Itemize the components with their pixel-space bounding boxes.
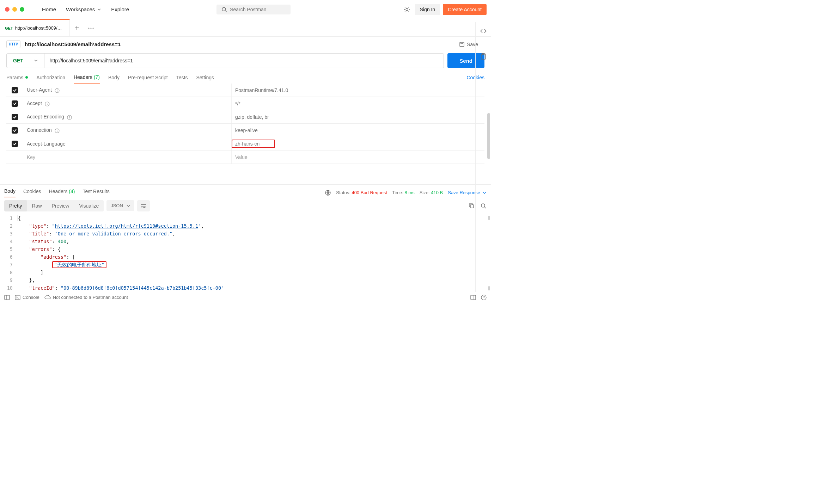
- tab-prerequest[interactable]: Pre-request Script: [128, 75, 168, 83]
- view-preview[interactable]: Preview: [47, 200, 74, 211]
- wrap-lines-button[interactable]: [137, 200, 150, 211]
- view-raw[interactable]: Raw: [27, 200, 47, 211]
- checkbox[interactable]: [12, 100, 18, 107]
- svg-point-2: [406, 8, 408, 11]
- table-row: Accept-Language zh-hans-cn: [6, 137, 484, 150]
- checkbox[interactable]: [12, 141, 18, 147]
- table-row: Connection keep-alive: [6, 124, 484, 137]
- info-icon[interactable]: [45, 100, 50, 106]
- tab-options-button[interactable]: [84, 25, 98, 31]
- error-message-highlighted: "无效的电子邮件地址": [52, 261, 106, 268]
- chevron-down-icon: [127, 204, 130, 208]
- nav-workspaces[interactable]: Workspaces: [62, 5, 105, 14]
- copy-icon[interactable]: [468, 203, 475, 209]
- code-line: 3 "title": "One or more validation error…: [4, 230, 487, 238]
- svg-point-14: [69, 116, 70, 117]
- svg-line-1: [225, 11, 227, 12]
- sidebar-toggle-icon[interactable]: [4, 295, 10, 300]
- header-value-cell[interactable]: PostmanRuntime/7.41.0: [231, 84, 484, 97]
- resp-headers-count: (4): [69, 189, 75, 194]
- header-key-cell[interactable]: Accept-Language: [23, 141, 231, 147]
- header-key-cell[interactable]: Accept: [23, 100, 231, 106]
- maximize-window-button[interactable]: [20, 7, 24, 12]
- clipboard-icon[interactable]: [480, 53, 487, 60]
- code-icon[interactable]: [480, 27, 487, 35]
- view-visualize[interactable]: Visualize: [74, 200, 104, 211]
- table-row-empty: Key Value: [6, 150, 484, 164]
- settings-button[interactable]: [403, 6, 411, 13]
- header-key-cell[interactable]: Connection: [23, 127, 231, 133]
- header-value-cell[interactable]: gzip, deflate, br: [231, 110, 484, 123]
- code-line: 2 "type": "https://tools.ietf.org/html/r…: [4, 222, 487, 230]
- header-value-cell[interactable]: */*: [231, 97, 484, 110]
- code-line: 7 "无效的电子邮件地址": [4, 261, 487, 269]
- close-window-button[interactable]: [5, 7, 10, 12]
- svg-point-0: [222, 7, 226, 11]
- resp-tab-headers[interactable]: Headers (4): [49, 189, 75, 197]
- top-navbar: Home Workspaces Explore Search Postman S…: [0, 0, 491, 19]
- params-indicator-dot: [25, 76, 28, 79]
- minimize-window-button[interactable]: [12, 7, 17, 12]
- resp-tab-body[interactable]: Body: [4, 188, 16, 197]
- create-account-button[interactable]: Create Account: [443, 4, 487, 15]
- request-title: http://localhost:5009/email?address=1: [25, 41, 459, 47]
- help-icon[interactable]: [481, 295, 487, 300]
- checkbox[interactable]: [12, 114, 18, 120]
- panel-layout-icon[interactable]: [470, 295, 476, 300]
- code-line: 10 "traceId": "00-89b6d89f6d8f6c0fd05715…: [4, 284, 487, 292]
- tab-params[interactable]: Params: [6, 75, 28, 83]
- response-body: 1{2 "type": "https://tools.ietf.org/html…: [0, 214, 491, 292]
- header-key-cell[interactable]: Accept-Encoding: [23, 114, 231, 119]
- console-button[interactable]: Console: [15, 295, 39, 300]
- svg-rect-26: [5, 295, 10, 300]
- tab-tests[interactable]: Tests: [176, 75, 188, 83]
- more-icon: [88, 27, 94, 29]
- request-tab[interactable]: GET http://localhost:5009/ema: [0, 19, 70, 36]
- nav-home[interactable]: Home: [38, 5, 60, 14]
- footer-bar: Console Not connected to a Postman accou…: [0, 292, 491, 302]
- window-controls: [5, 7, 24, 12]
- resp-tab-testresults[interactable]: Test Results: [83, 189, 109, 197]
- table-row: Accept */*: [6, 97, 484, 110]
- checkbox[interactable]: [12, 87, 18, 93]
- svg-rect-29: [471, 295, 476, 300]
- tab-settings[interactable]: Settings: [196, 75, 214, 83]
- headers-count: (7): [94, 74, 100, 80]
- status-value: 400 Bad Request: [352, 190, 387, 195]
- console-icon: [15, 295, 20, 300]
- svg-point-17: [57, 129, 57, 130]
- nav-explore[interactable]: Explore: [108, 5, 133, 14]
- method-label: GET: [13, 58, 23, 63]
- info-icon[interactable]: [55, 87, 60, 93]
- new-tab-button[interactable]: [70, 25, 84, 31]
- checkbox[interactable]: [12, 127, 18, 134]
- resp-tab-cookies[interactable]: Cookies: [23, 189, 41, 197]
- status-label: Status:: [336, 190, 350, 195]
- tab-headers[interactable]: Headers (7): [74, 74, 100, 84]
- size-value: 410 B: [431, 190, 443, 195]
- header-value-highlighted[interactable]: zh-hans-cn: [232, 140, 275, 148]
- info-icon[interactable]: [55, 127, 60, 133]
- http-badge-icon: HTTP: [6, 40, 20, 48]
- header-key-cell[interactable]: User-Agent: [23, 87, 231, 93]
- header-value-cell[interactable]: keep-alive: [231, 124, 484, 137]
- search-input[interactable]: Search Postman: [216, 5, 291, 14]
- format-select[interactable]: JSON: [106, 200, 134, 211]
- gear-icon: [403, 6, 410, 13]
- header-value-cell[interactable]: zh-hans-cn: [231, 137, 484, 150]
- response-area: Body Cookies Headers (4) Test Results St…: [0, 184, 491, 292]
- globe-icon[interactable]: [325, 190, 331, 196]
- save-icon: [459, 42, 465, 47]
- view-pretty[interactable]: Pretty: [4, 200, 27, 211]
- url-input[interactable]: [45, 54, 444, 68]
- sign-in-button[interactable]: Sign In: [415, 4, 440, 15]
- header-value-placeholder[interactable]: Value: [231, 150, 484, 164]
- tab-body[interactable]: Body: [108, 75, 120, 83]
- method-select[interactable]: GET: [7, 54, 45, 68]
- header-key-placeholder[interactable]: Key: [23, 154, 231, 160]
- request-subtabs: Params Authorization Headers (7) Body Pr…: [0, 72, 491, 84]
- info-icon[interactable]: [67, 114, 72, 119]
- table-row: Accept-Encoding gzip, deflate, br: [6, 110, 484, 124]
- headers-table: User-Agent PostmanRuntime/7.41.0 Accept …: [6, 84, 484, 164]
- tab-authorization[interactable]: Authorization: [36, 75, 65, 83]
